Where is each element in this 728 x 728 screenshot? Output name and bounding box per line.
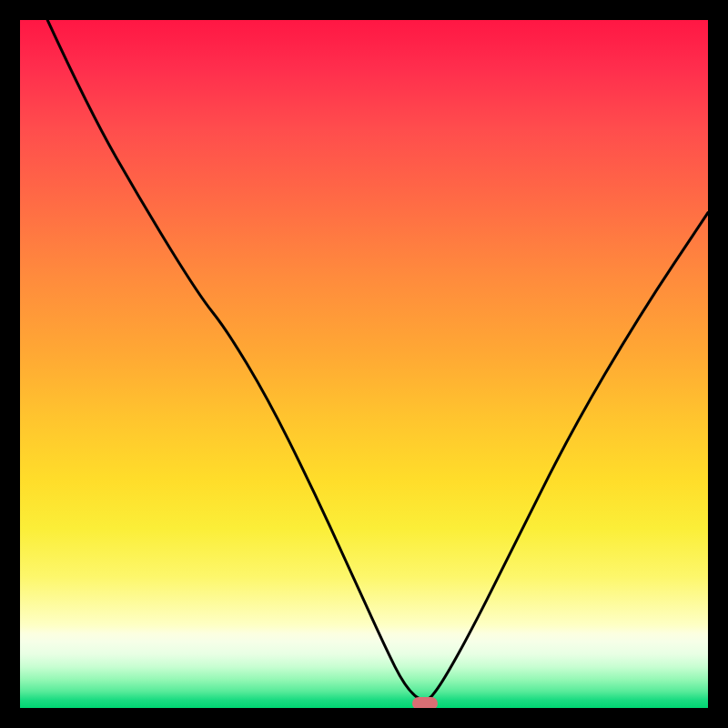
plot-area [20,20,708,708]
gradient-background-bottom [20,625,708,708]
chart-frame: TheBottleneck.com [0,0,728,728]
optimum-marker [412,697,438,708]
gradient-background-top [20,20,708,625]
